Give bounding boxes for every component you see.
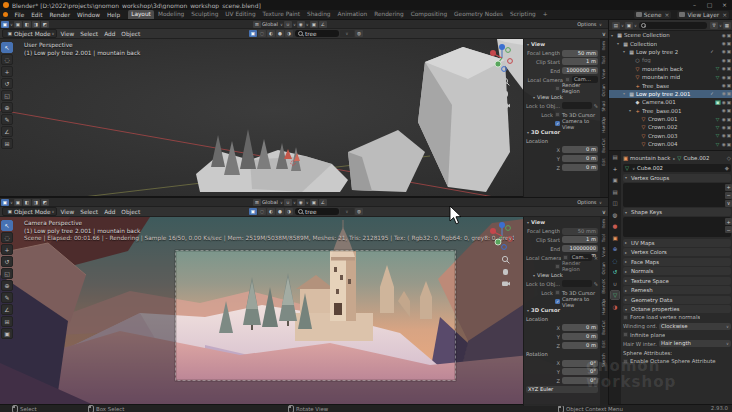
outliner-row[interactable]: ▾ ▦ Scene Collection ◉ ▣	[609, 31, 732, 39]
maximize-button[interactable]: ▢	[702, 0, 717, 10]
menu-item[interactable]: File	[11, 12, 28, 18]
zoom-icon[interactable]	[501, 255, 510, 264]
orientation-dropdown[interactable]: Global	[262, 199, 278, 205]
disable-render-icon[interactable]: ▣	[727, 75, 731, 80]
disable-render-icon[interactable]: ▣	[727, 125, 731, 130]
sidebar-tab[interactable]: Edit	[600, 156, 608, 169]
sidebar-tab[interactable]: BlendK	[600, 277, 608, 297]
disable-render-icon[interactable]: ▣	[727, 33, 731, 38]
object-name[interactable]: fog	[642, 57, 651, 63]
workspace-tab[interactable]: Geometry Nodes	[451, 10, 507, 19]
outliner-row[interactable]: ▽ Crown.001 ▽ ◉ ▣	[609, 115, 732, 123]
move-tool[interactable]: +	[1, 66, 13, 77]
viewport-canvas-top[interactable]: ↖ ◌ + ↺ ◱ ⊕ ✎ ∠ ⊞ User Perspective (1) L…	[0, 39, 608, 197]
scene-unlink-icon[interactable]: ×	[665, 12, 670, 18]
viewport-menu-item[interactable]: Select	[77, 209, 101, 215]
object-name[interactable]: Collection	[630, 41, 657, 47]
hide-eye-icon[interactable]: ◉	[722, 33, 726, 38]
shading-dropdown[interactable]: ∨	[340, 30, 354, 37]
camera-to-view-checkbox[interactable]: ✓	[555, 121, 560, 126]
transform-tool[interactable]: ⊕	[1, 102, 13, 113]
viewport-menu-item[interactable]: View	[57, 31, 77, 37]
outliner-row[interactable]: ▾ ▦ Low poly tree 2 ✓ ◉ ▣	[609, 48, 732, 56]
hide-eye-icon[interactable]: ◉	[722, 91, 726, 96]
sidebar-tab[interactable]: Shad	[600, 99, 608, 115]
specials-menu-button[interactable]: ∨	[725, 200, 732, 207]
mode-dropdown[interactable]: ▣ Object Mode∨	[2, 207, 57, 216]
force-load-checkbox[interactable]	[623, 315, 628, 320]
disable-render-icon[interactable]: ▣	[727, 142, 731, 147]
cursor-location-field[interactable]: 0 m	[562, 324, 598, 331]
rotate-tool[interactable]: ↺	[1, 78, 13, 89]
active-tool-icon[interactable]: ▣	[1, 21, 9, 28]
sidebar-tab[interactable]: Sketch	[600, 351, 608, 370]
close-button[interactable]: ×	[717, 0, 732, 10]
object-name[interactable]: mountain back	[642, 66, 683, 72]
vertex-groups-list[interactable]: + − ∨	[623, 183, 731, 207]
workspace-tab[interactable]: Modeling	[154, 10, 187, 19]
object-name[interactable]: Crown.004	[648, 141, 678, 147]
proportional-edit-icon[interactable]: ◉	[297, 199, 305, 206]
camera-to-view-checkbox[interactable]: ✓	[555, 299, 560, 304]
hide-eye-icon[interactable]: ◉	[722, 49, 726, 54]
workspace-tab[interactable]: Layout	[128, 10, 155, 19]
lock-to-cursor-checkbox[interactable]	[555, 290, 560, 295]
sidebar-tab[interactable]: View	[600, 245, 608, 260]
transform-tool[interactable]: ⊕	[1, 280, 13, 291]
proportional-edit-icon[interactable]: ◉	[297, 21, 305, 28]
hide-eye-icon[interactable]: ◉	[722, 142, 726, 147]
outliner-display-mode-icon[interactable]: ▣	[625, 22, 633, 29]
disable-render-icon[interactable]: ▣	[727, 100, 731, 105]
breadcrumb-object[interactable]: mountain back	[630, 155, 670, 161]
viewport-menu-item[interactable]: View	[57, 209, 77, 215]
workspace-tab[interactable]: Animation	[334, 10, 371, 19]
mode-dropdown[interactable]: ▣ Object Mode∨	[2, 29, 57, 38]
hide-eye-icon[interactable]: ◉	[722, 41, 726, 46]
hide-eye-icon[interactable]: ◉	[722, 58, 726, 63]
shading-solid-icon[interactable]: ●	[276, 208, 284, 215]
view-panel-title[interactable]: View	[531, 219, 545, 225]
outliner-row[interactable]: ▽ Crown.004 ▽ ◉ ▣	[609, 140, 732, 148]
workspace-tab[interactable]: Rendering	[371, 10, 408, 19]
camera-view-icon[interactable]	[501, 279, 510, 288]
workspace-tab[interactable]: Sculpting	[188, 10, 222, 19]
breadcrumb-data[interactable]: Cube.002	[684, 155, 710, 161]
eyedropper-icon[interactable]: ✎	[594, 103, 598, 109]
outliner-row[interactable]: ◆ Camera.001 ▣ ◉ ▣	[609, 98, 732, 106]
workspace-tab[interactable]: Shading	[304, 10, 335, 19]
sidebar-tab[interactable]: HardOp	[600, 297, 608, 318]
sidebar-tab[interactable]: View	[600, 67, 608, 82]
select-mode-invert-icon[interactable]: ◩	[41, 21, 49, 28]
scale-tool[interactable]: ◱	[1, 268, 13, 279]
cursor-panel-title[interactable]: 3D Cursor	[531, 129, 560, 135]
tool-options-dropdown[interactable]: Options ∨	[577, 21, 602, 27]
workspace-tab[interactable]: +	[539, 10, 551, 19]
material-tab[interactable]: ◑	[611, 303, 619, 311]
hide-eye-icon[interactable]: ◉	[722, 108, 726, 113]
outliner-row[interactable]: ▽ Crown.002 ▽ ◉ ▣	[609, 123, 732, 131]
hide-eye-icon[interactable]: ◉	[722, 100, 726, 105]
sidebar-tab[interactable]: Item	[600, 217, 608, 232]
scene-tab[interactable]: ◍	[611, 211, 619, 219]
select-mode-new-icon[interactable]: ▣	[14, 199, 22, 206]
fake-user-icon[interactable]: ◆	[725, 165, 729, 171]
sidebar-tab[interactable]: Tool	[600, 232, 608, 245]
outliner-row[interactable]: ▽ mountain back ▽ ◉ ▣	[609, 65, 732, 73]
outliner-row[interactable]: ○ fog ◉ ▣	[609, 56, 732, 64]
object-name[interactable]: Low poly tree 2.001	[636, 91, 691, 97]
cursor-tool[interactable]: ◌	[1, 232, 13, 243]
outliner-editor-icon[interactable]: ▤	[612, 22, 620, 29]
outliner-row[interactable]: ▾ + Tree_base.001 ◉ ▣	[609, 107, 732, 115]
lock-object-field[interactable]	[562, 102, 592, 109]
select-box-tool[interactable]: ↖	[1, 42, 13, 53]
object-data-tab[interactable]: ▽	[611, 291, 619, 299]
constraints-tab[interactable]: ∪	[611, 280, 619, 288]
cursor-rotation-field[interactable]: 0°	[562, 377, 598, 384]
hide-eye-icon[interactable]: ◉	[722, 117, 726, 122]
object-tab[interactable]: ▣	[611, 234, 619, 242]
sidebar-tab[interactable]: BoxCut	[600, 136, 608, 156]
view-lock-panel-title[interactable]: View Lock	[537, 272, 563, 278]
shape-keys-panel[interactable]: ▾Shape Keys	[623, 208, 731, 216]
sidebar-collapse-icon[interactable]: ∨	[602, 31, 606, 37]
workspace-tab[interactable]: Scripting	[506, 10, 539, 19]
